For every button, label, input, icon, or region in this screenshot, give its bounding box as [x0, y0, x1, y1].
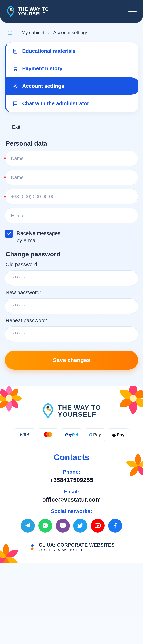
- flower-decoration-icon: [114, 386, 143, 417]
- chat-icon: [12, 101, 18, 106]
- email-input[interactable]: [5, 208, 138, 223]
- payment-methods: VISA PayPal G Pay P: [7, 428, 136, 441]
- brand-line1: THE WAY TO: [18, 7, 49, 12]
- social-links: [7, 519, 136, 533]
- nav-payment-history[interactable]: Payment history: [6, 60, 138, 78]
- glua-text: GL.UA: CORPORATE WEBSITES ORDER A WEBSIT…: [39, 542, 115, 552]
- paypal-icon: PayPal: [65, 432, 78, 437]
- svg-point-5: [16, 70, 17, 71]
- change-password-title: Change password: [6, 250, 138, 258]
- new-password-label: New password:: [6, 290, 138, 296]
- brand-line2: YOURSELF: [58, 411, 101, 418]
- exit-button[interactable]: Exit: [12, 124, 20, 130]
- contact-phone: Phone: +358417509255: [7, 469, 136, 484]
- svg-point-4: [14, 70, 15, 71]
- nav-chat-admin[interactable]: Chat with the administrator: [6, 95, 138, 112]
- site-footer: THE WAY TO YOURSELF VISA PayPal G: [0, 386, 143, 564]
- gpay-icon: G Pay: [89, 432, 101, 437]
- nav-label: Educational materials: [22, 48, 76, 54]
- cart-icon: [12, 66, 18, 72]
- developer-credit[interactable]: GL.UA: CORPORATE WEBSITES ORDER A WEBSIT…: [7, 542, 136, 552]
- field-new-password: [5, 298, 138, 314]
- social-viber-icon[interactable]: [56, 519, 70, 533]
- field-first-name: [5, 151, 138, 166]
- social-twitter-icon[interactable]: [73, 519, 87, 533]
- phone-input[interactable]: [5, 189, 138, 204]
- contacts-title: Contacts: [7, 453, 136, 462]
- nav-educational-materials[interactable]: Educational materials: [6, 42, 138, 60]
- chevron-right-icon: ›: [16, 30, 18, 35]
- last-name-input[interactable]: [5, 170, 138, 185]
- brand-text: THE WAY TO YOURSELF: [18, 7, 49, 16]
- contact-email: Email: office@vestatur.com: [7, 488, 136, 503]
- visa-icon: VISA: [20, 432, 30, 437]
- brand-logo[interactable]: THE WAY TO YOURSELF: [6, 6, 49, 17]
- nav-label: Payment history: [22, 66, 62, 72]
- payment-applepay: Pay: [108, 428, 129, 441]
- personal-data-title: Personal data: [6, 140, 138, 147]
- social-whatsapp-icon[interactable]: [38, 519, 52, 533]
- chevron-right-icon: ›: [48, 30, 50, 35]
- save-changes-button[interactable]: Save changes: [5, 350, 138, 370]
- nav-label: Chat with the administrator: [22, 100, 89, 106]
- home-icon[interactable]: [7, 30, 13, 35]
- receive-emails-row: Receive messages by e-mail: [5, 227, 138, 246]
- breadcrumb-cabinet[interactable]: My cabinet: [22, 30, 44, 35]
- cabinet-nav: Educational materials Payment history Ac…: [5, 42, 138, 112]
- app-header: THE WAY TO YOURSELF: [0, 0, 143, 23]
- svg-point-10: [6, 395, 12, 402]
- glua-line2: ORDER A WEBSITE: [39, 548, 115, 552]
- flower-decoration-icon: [0, 540, 24, 564]
- mastercard-icon: [42, 431, 54, 438]
- first-name-input[interactable]: [5, 151, 138, 166]
- glua-line1: GL.UA: CORPORATE WEBSITES: [39, 542, 115, 548]
- book-icon: [12, 48, 18, 54]
- payment-paypal: PayPal: [61, 428, 82, 441]
- brand-line2: YOURSELF: [18, 12, 49, 16]
- svg-point-6: [15, 85, 16, 87]
- logo-mark-icon: [6, 6, 15, 17]
- social-facebook-icon[interactable]: [108, 519, 122, 533]
- menu-hamburger-icon[interactable]: [128, 8, 137, 14]
- flower-decoration-icon: [121, 449, 143, 483]
- svg-point-11: [130, 395, 137, 402]
- old-password-label: Old password:: [6, 262, 138, 268]
- field-old-password: [5, 270, 138, 286]
- receive-emails-label: Receive messages by e-mail: [17, 230, 60, 244]
- phone-label: Phone:: [7, 469, 136, 475]
- field-email: [5, 208, 138, 223]
- field-repeat-password: [5, 326, 138, 342]
- payment-mastercard: [38, 428, 58, 441]
- breadcrumb-current: Account settings: [53, 30, 88, 35]
- social-telegram-icon[interactable]: [21, 519, 35, 533]
- breadcrumb: › My cabinet › Account settings: [5, 28, 138, 42]
- chk-label-line2: by e-mail: [17, 237, 60, 244]
- old-password-input[interactable]: [5, 270, 138, 286]
- social-networks-label: Social networks:: [7, 508, 136, 514]
- email-value[interactable]: office@vestatur.com: [7, 496, 136, 503]
- exit-row: Exit: [5, 119, 138, 135]
- field-last-name: [5, 170, 138, 185]
- flower-decoration-icon: [0, 386, 26, 415]
- receive-emails-checkbox[interactable]: [5, 230, 13, 238]
- svg-point-0: [10, 8, 12, 10]
- field-phone: [5, 189, 138, 204]
- svg-point-12: [47, 406, 50, 408]
- required-dot-icon: [4, 176, 6, 178]
- gear-icon: [12, 83, 18, 89]
- phone-value[interactable]: +358417509255: [7, 477, 136, 484]
- new-password-input[interactable]: [5, 298, 138, 314]
- nav-account-settings[interactable]: Account settings: [6, 78, 138, 95]
- payment-visa: VISA: [14, 428, 35, 441]
- svg-point-7: [14, 103, 15, 103]
- repeat-password-input[interactable]: [5, 326, 138, 342]
- payment-gpay: G Pay: [84, 428, 105, 441]
- repeat-password-label: Repeat password:: [6, 318, 138, 324]
- glua-logo-icon: [28, 543, 36, 551]
- required-dot-icon: [4, 196, 6, 198]
- social-youtube-icon[interactable]: [91, 519, 105, 533]
- footer-brand-text: THE WAY TO YOURSELF: [58, 404, 101, 418]
- required-dot-icon: [4, 158, 6, 160]
- svg-point-8: [15, 103, 16, 103]
- svg-point-9: [16, 103, 17, 103]
